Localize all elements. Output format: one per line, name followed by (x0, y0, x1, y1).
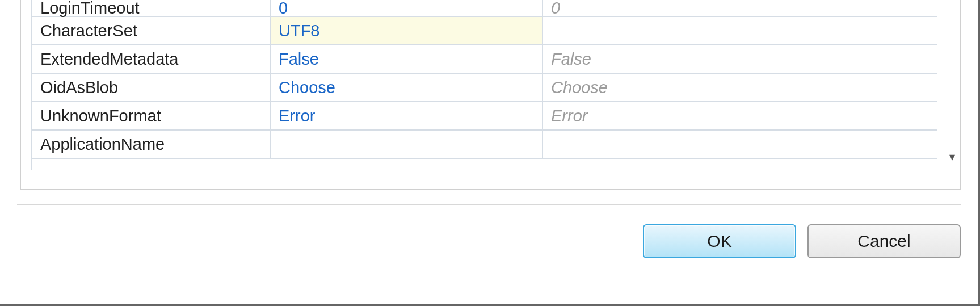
prop-name: UnknownFormat (32, 102, 271, 129)
button-bar: OK Cancel (643, 224, 961, 258)
table-row[interactable]: ApplicationName (32, 131, 937, 159)
scroll-down-icon[interactable]: ▾ (949, 150, 955, 164)
table-row[interactable]: ExtendedMetadata False False (32, 45, 937, 74)
property-grid: LoginTimeout 0 0 CharacterSet UTF8 Exten… (31, 0, 937, 170)
prop-name: LoginTimeout (32, 0, 271, 16)
prop-value[interactable]: Choose (271, 74, 543, 101)
prop-value[interactable]: Error (271, 102, 543, 129)
prop-name: OidAsBlob (32, 74, 271, 101)
separator (17, 204, 961, 206)
table-row[interactable]: LoginTimeout 0 0 (32, 0, 937, 17)
prop-default (543, 17, 937, 44)
prop-default: 0 (543, 0, 937, 16)
prop-value[interactable]: UTF8 (271, 17, 543, 44)
prop-default: Choose (543, 74, 937, 101)
prop-name: CharacterSet (32, 17, 271, 44)
table-row[interactable]: CharacterSet UTF8 (32, 17, 937, 45)
prop-name: ExtendedMetadata (32, 45, 271, 73)
table-row[interactable]: UnknownFormat Error Error (32, 102, 937, 131)
prop-default: False (543, 45, 937, 73)
prop-default (543, 131, 937, 158)
prop-value[interactable] (271, 131, 543, 158)
dialog-frame: LoginTimeout 0 0 CharacterSet UTF8 Exten… (0, 0, 980, 306)
prop-default: Error (543, 102, 937, 129)
grid-panel: LoginTimeout 0 0 CharacterSet UTF8 Exten… (20, 0, 961, 190)
cancel-button[interactable]: Cancel (807, 224, 961, 258)
prop-value[interactable]: 0 (271, 0, 543, 16)
prop-name: ApplicationName (32, 131, 271, 158)
table-row[interactable]: OidAsBlob Choose Choose (32, 74, 937, 102)
prop-value[interactable]: False (271, 45, 543, 73)
ok-button[interactable]: OK (643, 224, 796, 258)
